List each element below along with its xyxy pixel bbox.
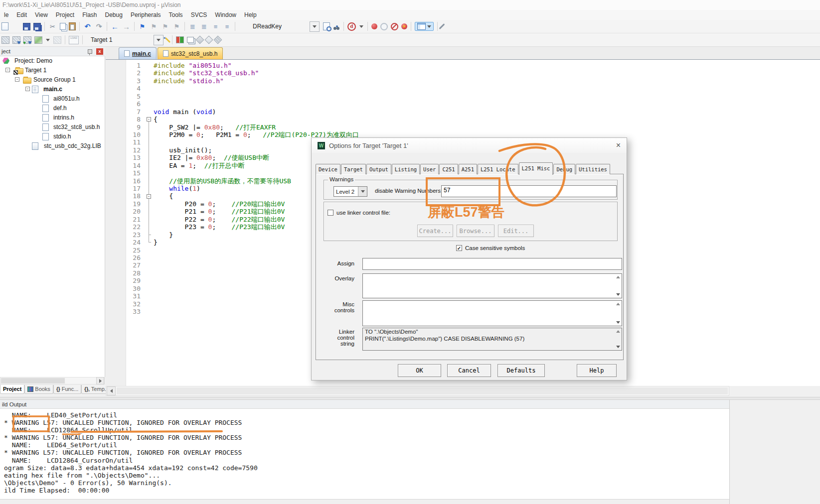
open-file-icon[interactable] <box>11 22 20 31</box>
build-output-hscrollbar[interactable] <box>0 499 729 504</box>
rebuild-icon[interactable] <box>23 36 31 44</box>
fold-collapse-icon[interactable]: - <box>147 117 151 122</box>
dialog-tab-target[interactable]: Target <box>341 164 366 174</box>
tree-item-stdio-h[interactable]: stdio.h <box>0 132 105 141</box>
menu-item-le[interactable]: le <box>0 11 12 19</box>
navigate-back-icon[interactable]: ← <box>111 22 119 31</box>
window-layout-icon[interactable] <box>415 22 434 31</box>
editor-tab-main-c[interactable]: main.c <box>119 47 157 59</box>
comment-icon[interactable]: ≡ <box>211 22 220 31</box>
overlay-input[interactable] <box>362 273 622 298</box>
batch-build-dropdown-icon[interactable] <box>45 36 50 44</box>
kill-all-breakpoints-icon[interactable]: × <box>401 23 407 29</box>
download-icon[interactable]: LOAD <box>69 36 79 44</box>
bookmark-clear-icon[interactable]: ⚑ <box>172 22 181 31</box>
menu-item-tools[interactable]: Tools <box>165 11 187 19</box>
pin-icon[interactable] <box>88 49 92 54</box>
redo-icon[interactable]: ↷ <box>95 22 103 31</box>
editor-tab-stc32-stc8-usb-h[interactable]: stc32_stc8_usb.h <box>158 47 223 59</box>
uncomment-icon[interactable]: ≡ <box>223 22 231 31</box>
disable-warning-numbers-input[interactable]: 57 <box>441 185 617 197</box>
navigate-forward-icon[interactable]: → <box>122 22 131 31</box>
dialog-tab-l251-locate[interactable]: L251 Locate <box>478 164 518 174</box>
scroll-left-button[interactable] <box>107 386 116 395</box>
tree-item-target-1[interactable]: -Target 1 <box>0 66 105 75</box>
dialog-button-help[interactable]: Help <box>577 364 617 377</box>
tree-item-source-group-1[interactable]: -Source Group 1 <box>0 75 105 85</box>
dialog-tab-debug[interactable]: Debug <box>553 164 575 174</box>
component-icon-1[interactable] <box>196 36 204 44</box>
search-combobox[interactable]: DReadKey <box>251 21 320 31</box>
tree-item-def-h[interactable]: def.h <box>0 104 105 113</box>
new-file-icon[interactable] <box>1 22 8 30</box>
scroll-right-button[interactable] <box>96 377 104 384</box>
panel-tab-project[interactable]: Project <box>0 385 24 394</box>
dialog-button-ok[interactable]: OK <box>398 364 441 377</box>
spinner-down-icon[interactable] <box>616 293 620 296</box>
indent-icon[interactable]: ≣ <box>200 22 208 31</box>
tree-expander-icon[interactable]: - <box>5 68 10 72</box>
paste-icon[interactable] <box>69 22 76 30</box>
disable-all-breakpoints-icon[interactable] <box>391 23 398 30</box>
undo-icon[interactable]: ↶ <box>83 22 92 31</box>
target-combobox[interactable]: Target 1 <box>87 35 164 45</box>
incremental-find-icon[interactable] <box>333 24 340 28</box>
menu-item-flash[interactable]: Flash <box>78 11 101 19</box>
dialog-tab-utilities[interactable]: Utilities <box>576 164 610 174</box>
menu-item-svcs[interactable]: SVCS <box>187 11 211 19</box>
tree-item-project-demo[interactable]: Project: Demo <box>0 56 105 66</box>
find-in-files-folder-icon[interactable] <box>239 22 247 31</box>
unindent-icon[interactable]: ≣ <box>188 22 197 31</box>
tree-expander-icon[interactable]: - <box>15 77 19 82</box>
spinner-down-icon[interactable] <box>616 346 620 348</box>
enable-breakpoint-icon[interactable] <box>380 23 388 30</box>
tree-item-stc32-stc8-usb-h[interactable]: stc32_stc8_usb.h <box>0 123 105 132</box>
use-linker-control-file-checkbox[interactable] <box>328 210 333 216</box>
menu-item-edit[interactable]: Edit <box>12 11 31 19</box>
case-sensitive-checkbox[interactable]: ✓ <box>456 245 462 251</box>
menu-item-debug[interactable]: Debug <box>101 11 127 19</box>
manage-components-icon[interactable] <box>176 36 184 43</box>
dialog-tab-user[interactable]: User <box>420 164 439 174</box>
bookmark-next-icon[interactable]: ⚑ <box>161 22 169 31</box>
dialog-tab-output[interactable]: Output <box>366 164 391 174</box>
menu-item-help[interactable]: Help <box>240 11 261 19</box>
translate-icon[interactable] <box>1 36 9 44</box>
misc-controls-input[interactable] <box>362 300 622 326</box>
menu-item-peripherals[interactable]: Peripherals <box>127 11 165 19</box>
combo-dropdown-button[interactable] <box>310 21 320 32</box>
spinner-up-icon[interactable] <box>616 276 620 278</box>
tree-item-stc-usb-cdc-32g-lib[interactable]: stc_usb_cdc_32g.LIB <box>0 141 105 151</box>
tree-item-intrins-h[interactable]: intrins.h <box>0 113 105 123</box>
spinner-up-icon[interactable] <box>616 303 620 305</box>
use-linker-control-file-row[interactable]: use linker control file: <box>328 210 390 216</box>
bookmark-prev-icon[interactable]: ⚑ <box>150 22 158 31</box>
save-all-icon[interactable] <box>33 23 41 30</box>
dialog-button-defaults[interactable]: Defaults <box>497 364 545 377</box>
toggle-breakpoint-icon[interactable] <box>371 23 377 29</box>
copy-icon[interactable] <box>60 23 66 30</box>
component-icon-2[interactable] <box>205 36 213 44</box>
dialog-button-cancel[interactable]: Cancel <box>447 364 491 377</box>
editor-hscrollbar[interactable] <box>106 386 729 396</box>
spinner-down-icon[interactable] <box>616 321 620 324</box>
tree-item-ai8051u-h[interactable]: ai8051u.h <box>0 94 105 104</box>
close-icon[interactable]: × <box>616 141 621 149</box>
dialog-titlebar[interactable]: W Options for Target 'Target 1' × <box>312 138 627 153</box>
build-icon[interactable] <box>12 36 20 44</box>
combo-dropdown-button[interactable] <box>358 187 367 196</box>
close-panel-icon[interactable]: x <box>96 48 103 55</box>
dialog-tab-listing[interactable]: Listing <box>392 164 420 174</box>
scrollbar-thumb[interactable] <box>1 378 65 383</box>
menu-item-view[interactable]: View <box>31 11 52 19</box>
panel-tab-func[interactable]: {}Func... <box>53 385 81 394</box>
menu-item-project[interactable]: Project <box>52 11 78 19</box>
scrollbar-thumb[interactable] <box>117 387 728 394</box>
goto-definition-icon[interactable]: d <box>347 22 356 31</box>
dialog-tab-a251[interactable]: A251 <box>459 164 477 174</box>
goto-definition-dropdown-icon[interactable] <box>359 22 364 31</box>
dialog-tab-device[interactable]: Device <box>316 164 340 174</box>
assign-input[interactable] <box>362 258 622 270</box>
batch-build-icon[interactable] <box>34 36 42 44</box>
configuration-icon[interactable] <box>439 23 445 29</box>
